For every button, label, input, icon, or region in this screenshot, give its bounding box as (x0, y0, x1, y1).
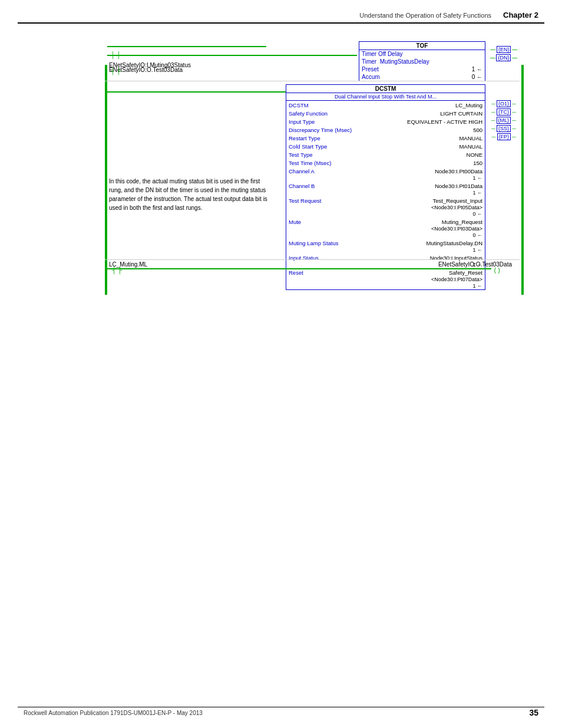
dcstm-row-reset: Reset Safety_Reset (286, 268, 485, 276)
dcstm-row-channel-a-val: 1 ← (286, 175, 485, 182)
dcstm-header: DCSTM (286, 85, 485, 93)
tof-row-1: Timer Off Delay (359, 50, 485, 58)
bottom-coil-symbol: ( ) (494, 266, 500, 274)
tof-label-1: Timer Off Delay (362, 51, 402, 57)
tof-row-4: Accum 0 ← (359, 73, 485, 81)
contact-enet2-symbol: ┤├ (111, 67, 123, 74)
header-title: Understand the Operation of Safety Funct… (359, 12, 491, 19)
dcstm-row-muting-lamp: Muting Lamp Status MutingStatusDelay.DN (286, 239, 485, 247)
tof-label-4: Accum (362, 74, 380, 80)
description-text: In this code, the actual muting status b… (109, 177, 274, 212)
rung-separator-2 (105, 259, 520, 260)
footer-page-number: 35 (529, 708, 538, 717)
tof-label-2: Timer MutingStatusDelay (362, 58, 429, 65)
tof-header: TOF (359, 42, 485, 50)
dcstm-row-mute: Mute Muting_Request (286, 218, 485, 226)
tof-row-2: Timer MutingStatusDelay (359, 58, 485, 65)
dcstm-fp-output: ─ (FP) ─ (492, 134, 516, 140)
dcstm-row-test-type: Test Type NONE (286, 150, 485, 159)
dcstm-row-test-time: Test Time (Msec) 150 (286, 159, 485, 167)
rung-separator-1 (105, 81, 520, 81)
header-line (18, 22, 544, 24)
dcstm-row-cold: Cold Start Type MANUAL (286, 142, 485, 150)
page-header: Understand the Operation of Safety Funct… (0, 11, 562, 19)
bottom-coil-label: ENetSafetyIO:O.Test03Data (438, 261, 512, 268)
dcstm-tc-output: ─ (TC) ─ (491, 109, 516, 115)
dcstm-row-mute-sub1: <Node30:I.Pt03Data> (286, 226, 485, 232)
tof-row-3: Preset 1 ← (359, 65, 485, 73)
dcstm-subtitle: Dual Channel Input Stop With Test And M.… (286, 93, 485, 101)
tof-label-3: Preset (362, 66, 379, 73)
page-footer: Rockwell Automation Publication 1791DS-U… (0, 708, 562, 717)
dcstm-row-dcstm: DCSTM LC_Muting (286, 101, 485, 109)
dcstm-row-test-req-sub2: 0 ← (286, 211, 485, 218)
dcstm-row-discrepancy: Discrepancy Time (Msec) 500 (286, 126, 485, 134)
dcstm-row-reset-sub2: 1 ← (286, 283, 485, 289)
rung1-h-line (107, 55, 357, 56)
dcstm-row-test-req-sub1: <Node30:I.Pt05Data> (286, 205, 485, 211)
left-power-rail (105, 65, 107, 295)
dcstm-row-restart: Restart Type MANUAL (286, 134, 485, 142)
dcstm-row-test-req: Test Request Test_Request_Input (286, 196, 485, 205)
tof-en-output: ─ (EN) ─ (490, 45, 517, 54)
bottom-contact-symbol: ┤├ (112, 266, 124, 274)
dcstm-ml-output: ─ (ML) ─ (491, 117, 516, 123)
dcstm-row-mute-sub2: 0 ← (286, 232, 485, 239)
dcstm-row-channel-b-val: 1 ← (286, 190, 485, 196)
dcstm-o1-output: ─ (O1) ─ (491, 101, 516, 107)
tof-dn-output: ─ (DN) ─ (490, 54, 517, 62)
footer-line (18, 707, 544, 707)
tof-value-4: 0 ← (472, 74, 482, 80)
dcstm-row-channel-b: Channel B Node30:I.Pt01Data (286, 182, 485, 190)
header-chapter: Chapter 2 (503, 11, 538, 19)
tof-value-3: 1 ← (472, 66, 482, 73)
dcstm-row-muting-lamp-val: 1 ← (286, 247, 485, 253)
dcstm-row-channel-a: Channel A Node30:I.Pt00Data (286, 167, 485, 175)
diagram-area: ENetSafetyIO:O.Test03Data ┤├ ENetSafetyI… (18, 32, 544, 699)
dcstm-row-input-status: Input Status Node30:I.InputStatus (286, 253, 485, 262)
dcstm-ss-output: ─ (SS) ─ (491, 126, 516, 131)
dcstm-row-reset-sub1: <Node30:I.Pt07Data> (286, 276, 485, 283)
tof-block: TOF Timer Off Delay Timer MutingStatusDe… (359, 41, 485, 81)
dcstm-row-safety-fn: Safety Function LIGHT CURTAIN (286, 109, 485, 117)
right-power-rail (521, 65, 524, 295)
rung1-line-top (107, 46, 266, 47)
dcstm-row-input-type: Input Type EQUIVALENT - ACTIVE HIGH (286, 117, 485, 126)
bottom-rung-line (107, 268, 491, 269)
footer-publication: Rockwell Automation Publication 1791DS-U… (24, 710, 203, 716)
